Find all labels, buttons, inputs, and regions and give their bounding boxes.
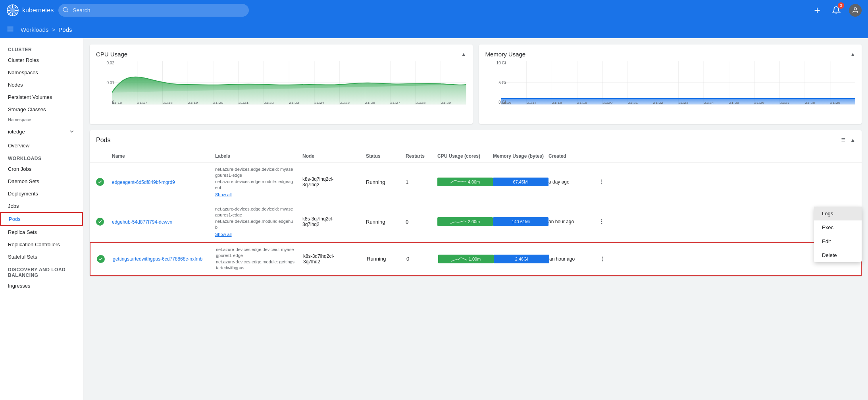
row2-show-all-link[interactable]: Show all (215, 232, 302, 238)
row1-labels: net.azure-devices.edge.deviceid: myasegp… (215, 166, 302, 198)
row2-label-0: net.azure-devices.edge.deviceid: myasegp… (215, 207, 293, 217)
hamburger-menu-icon[interactable] (6, 25, 14, 34)
row2-memory: 140.61Mi (493, 217, 549, 226)
col-cpu: CPU Usage (cores) (437, 153, 493, 159)
row1-more-button[interactable] (596, 176, 607, 187)
filter-icon[interactable]: ≡ (841, 136, 846, 144)
row1-mem-bar: 67.45Mi (493, 178, 549, 186)
sidebar-label-nodes: Nodes (8, 82, 23, 88)
sidebar-item-storage-classes[interactable]: Storage Classes (0, 103, 83, 116)
col-status: Status (366, 153, 406, 159)
sidebar-item-pods[interactable]: Pods (0, 212, 83, 226)
context-menu: Logs Exec Edit Delete (814, 207, 862, 262)
sidebar-item-deployments[interactable]: Deployments (0, 187, 83, 200)
row2-name-link[interactable]: edgehub-54d877f794-dcwvn (112, 219, 172, 225)
svg-point-80 (601, 184, 602, 185)
sidebar-item-replication-controllers[interactable]: Replication Controllers (0, 238, 83, 251)
col-node: Node (302, 153, 366, 159)
svg-text:21:24: 21:24 (314, 101, 325, 104)
row1-show-all-link[interactable]: Show all (215, 192, 302, 198)
svg-point-1 (10, 8, 15, 13)
sidebar-label-namespaces: Namespaces (8, 70, 38, 75)
sidebar-item-nodes[interactable]: Nodes (0, 79, 83, 91)
row3-labels: net.azure-devices.edge.deviceid: myasegp… (216, 247, 303, 271)
row3-status-running-dot (97, 255, 105, 263)
cpu-y-tick-0: 0.02 (102, 61, 114, 65)
row3-status: Running (367, 256, 406, 262)
row1-cpu-sparkline (450, 178, 466, 186)
svg-text:21:22: 21:22 (264, 101, 274, 104)
row3-created: an hour ago (549, 256, 597, 262)
row2-cpu-sparkline (450, 218, 466, 225)
row2-mem-value: 140.61Mi (512, 219, 529, 224)
cpu-y-tick-2: 0 (102, 100, 114, 104)
row2-more-button[interactable] (596, 216, 607, 227)
search-input[interactable] (58, 4, 249, 17)
notification-button[interactable]: 3 (830, 4, 843, 17)
sidebar-label-overview: Overview (8, 143, 29, 149)
context-menu-exec[interactable]: Exec (814, 220, 862, 234)
context-menu-edit[interactable]: Edit (814, 234, 862, 248)
main-layout: Cluster Cluster Roles Namespaces Nodes P… (0, 38, 868, 400)
memory-chart-collapse-button[interactable]: ▲ (850, 51, 855, 57)
row3-more-button[interactable] (597, 253, 608, 265)
sidebar-item-jobs[interactable]: Jobs (0, 200, 83, 212)
col-actions (596, 153, 612, 159)
svg-text:21:29: 21:29 (441, 101, 451, 104)
pods-collapse-icon[interactable]: ▲ (850, 137, 855, 143)
search-wrapper (58, 4, 249, 17)
svg-point-85 (602, 258, 603, 259)
row3-status-icon (97, 255, 113, 263)
svg-point-84 (602, 257, 603, 258)
svg-text:21:28: 21:28 (416, 101, 426, 104)
row2-label-1: net.azure-devices.edge.module: edgehub (215, 219, 293, 230)
sidebar-item-replica-sets[interactable]: Replica Sets (0, 226, 83, 238)
col-created: Created (549, 153, 596, 159)
sidebar-discovery-section: Discovery and Load Balancing (0, 263, 83, 280)
app-name-label: kubernetes (22, 7, 54, 14)
sidebar-label-replication-controllers: Replication Controllers (8, 242, 60, 247)
sidebar-item-persistent-volumes[interactable]: Persistent Volumes (0, 91, 83, 103)
row2-cpu-bar: 2.00m (437, 217, 493, 226)
pods-header: Pods ≡ ▲ (90, 130, 862, 150)
sidebar-item-stateful-sets[interactable]: Stateful Sets (0, 251, 83, 263)
svg-point-86 (602, 260, 603, 261)
add-button[interactable] (811, 4, 824, 17)
svg-text:21:17: 21:17 (137, 101, 148, 104)
cpu-chart-collapse-button[interactable]: ▲ (461, 51, 466, 57)
breadcrumb-bar: Workloads > Pods (0, 21, 868, 38)
sidebar-item-cron-jobs[interactable]: Cron Jobs (0, 163, 83, 175)
sidebar: Cluster Cluster Roles Namespaces Nodes P… (0, 38, 83, 400)
row1-name: edgeagent-6d5df849bf-mgrd9 (112, 179, 215, 185)
sidebar-label-jobs: Jobs (8, 203, 19, 209)
sidebar-item-cluster-roles[interactable]: Cluster Roles (0, 54, 83, 66)
svg-text:21:21: 21:21 (239, 101, 249, 104)
row3-name-link[interactable]: gettingstartedwithgpus-6cd778868c-nxfmb (113, 256, 202, 262)
row1-memory: 67.45Mi (493, 178, 549, 186)
namespace-selector[interactable]: iotedge (0, 125, 83, 138)
charts-row: CPU Usage ▲ 0.02 0.01 0 (90, 44, 862, 124)
sidebar-item-daemon-sets[interactable]: Daemon Sets (0, 175, 83, 187)
user-avatar[interactable] (849, 4, 862, 17)
sidebar-item-namespaces[interactable]: Namespaces (0, 66, 83, 79)
row1-status: Running (366, 179, 406, 185)
svg-text:21:17: 21:17 (526, 101, 537, 104)
context-menu-logs[interactable]: Logs (814, 207, 862, 220)
svg-text:21:23: 21:23 (678, 101, 689, 104)
svg-text:21:29: 21:29 (830, 101, 840, 104)
sidebar-workloads-section: Workloads (0, 152, 83, 163)
context-menu-delete[interactable]: Delete (814, 248, 862, 262)
row1-node: k8s-3q7lhq2cl-3q7lhq2 (302, 176, 366, 187)
row2-name: edgehub-54d877f794-dcwvn (112, 219, 215, 225)
row3-cpu-sparkline (451, 255, 467, 263)
sidebar-item-ingresses[interactable]: Ingresses (0, 280, 83, 292)
svg-text:21:23: 21:23 (289, 101, 299, 104)
sidebar-item-overview[interactable]: Overview (0, 139, 83, 152)
row1-name-link[interactable]: edgeagent-6d5df849bf-mgrd9 (112, 180, 175, 185)
row1-cpu-value: 4.00m (468, 180, 480, 184)
app-logo[interactable]: kubernetes (6, 4, 54, 17)
sidebar-label-ingresses: Ingresses (8, 283, 30, 289)
cpu-chart-svg: 21:16 21:17 21:18 21:19 21:20 21:21 21:2… (112, 61, 466, 104)
breadcrumb-workloads[interactable]: Workloads (21, 26, 49, 33)
row3-restarts: 0 (406, 256, 438, 262)
